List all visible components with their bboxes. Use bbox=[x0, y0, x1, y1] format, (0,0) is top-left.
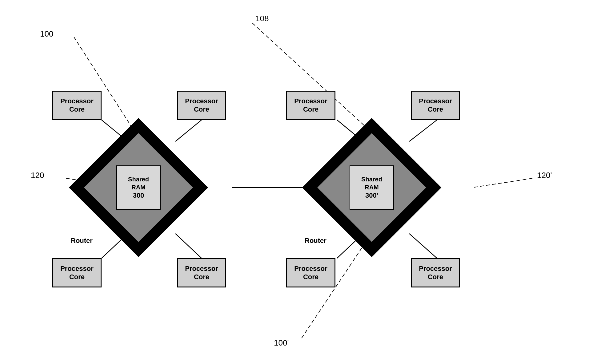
svg-line-7 bbox=[409, 234, 437, 258]
right-router-label: Router bbox=[305, 237, 327, 245]
right-ram-label: Shared RAM bbox=[361, 175, 382, 191]
right-ram-id: 300' bbox=[365, 191, 378, 200]
ref-120-prime: 120' bbox=[537, 171, 552, 180]
ref-100: 100 bbox=[40, 29, 53, 39]
left-ram-label: Shared RAM bbox=[128, 175, 149, 191]
right-shared-ram: Shared RAM 300' bbox=[350, 165, 394, 210]
proc-core-left-top-right: Processor Core bbox=[177, 91, 226, 120]
svg-line-12 bbox=[472, 178, 532, 188]
svg-line-13 bbox=[302, 237, 369, 338]
proc-core-left-bottom-right: Processor Core bbox=[177, 258, 226, 287]
left-router-label: Router bbox=[71, 237, 93, 245]
proc-core-left-bottom-left: Processor Core bbox=[52, 258, 102, 287]
svg-line-3 bbox=[175, 234, 202, 258]
left-ram-id: 300 bbox=[133, 191, 144, 200]
left-node-diamond: Shared RAM 300 bbox=[89, 138, 188, 237]
svg-line-10 bbox=[252, 23, 382, 141]
ref-120: 120 bbox=[31, 171, 44, 180]
diagram-container: Shared RAM 300 Router Shared RAM 300' Ro… bbox=[0, 0, 601, 364]
right-node-diamond: Shared RAM 300' bbox=[323, 138, 421, 237]
proc-core-right-bottom-left: Processor Core bbox=[286, 258, 335, 287]
ref-100-prime: 100' bbox=[274, 338, 289, 348]
ref-108: 108 bbox=[255, 14, 269, 23]
proc-core-left-top-left: Processor Core bbox=[52, 91, 102, 120]
proc-core-right-bottom-right: Processor Core bbox=[411, 258, 460, 287]
proc-core-right-top-left: Processor Core bbox=[286, 91, 335, 120]
left-shared-ram: Shared RAM 300 bbox=[116, 165, 161, 210]
proc-core-right-top-right: Processor Core bbox=[411, 91, 460, 120]
